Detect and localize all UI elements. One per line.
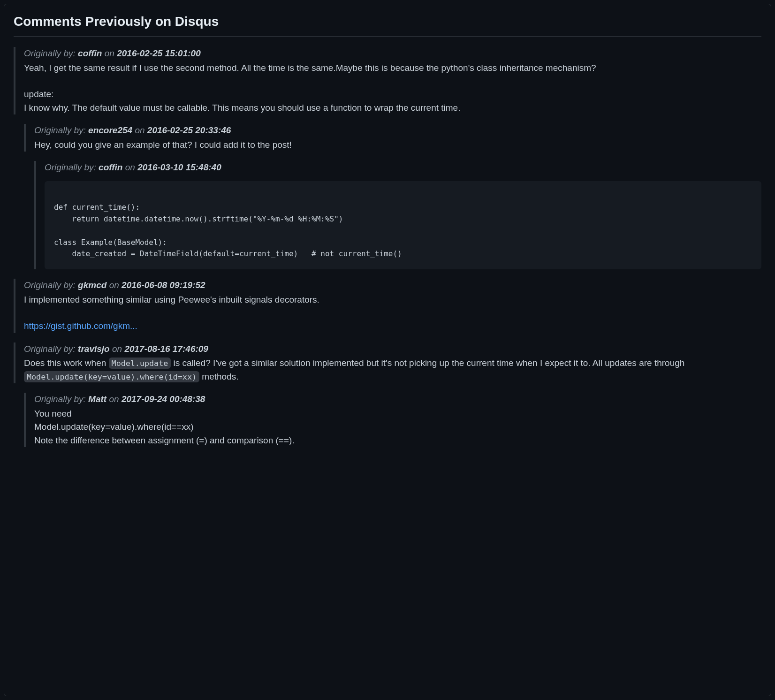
comment-author: encore254 xyxy=(88,125,132,135)
comment-date: 2016-06-08 09:19:52 xyxy=(122,280,205,290)
comment-paragraph: Hey, could you give an example of that? … xyxy=(34,138,761,152)
comment-date: 2016-02-25 15:01:00 xyxy=(117,48,201,58)
comment-meta: Originally by: coffin on 2016-02-25 15:0… xyxy=(24,47,761,61)
on-label: on xyxy=(105,48,114,58)
comment: Originally by: coffin on 2016-03-10 15:4… xyxy=(34,161,761,269)
on-label: on xyxy=(109,280,119,290)
text-run: methods. xyxy=(199,372,238,381)
comment-date: 2017-08-16 17:46:09 xyxy=(124,344,208,354)
comment-meta: Originally by: gkmcd on 2016-06-08 09:19… xyxy=(24,279,761,292)
comment-body: def current_time(): return datetime.date… xyxy=(45,181,761,270)
on-label: on xyxy=(112,344,122,354)
comment-date: 2017-09-24 00:48:38 xyxy=(122,394,205,404)
inline-code: Model.update(key=value).where(id=xx) xyxy=(24,371,199,382)
on-label: on xyxy=(135,125,144,135)
text-run: Does this work when xyxy=(24,358,109,368)
section-title: Comments Previously on Disqus xyxy=(14,12,761,37)
comment-body: You needModel.update(key=value).where(id… xyxy=(34,407,761,448)
comment: Originally by: gkmcd on 2016-06-08 09:19… xyxy=(14,279,761,333)
comment: Originally by: Matt on 2017-09-24 00:48:… xyxy=(24,393,761,447)
originally-by-label: Originally by: xyxy=(34,394,86,404)
comment-body: Yeah, I get the same result if I use the… xyxy=(24,61,761,115)
comment-paragraph: Yeah, I get the same result if I use the… xyxy=(24,61,761,75)
originally-by-label: Originally by: xyxy=(24,280,76,290)
comment-author: gkmcd xyxy=(78,280,106,290)
comment-author: coffin xyxy=(78,48,102,58)
on-label: on xyxy=(109,394,119,404)
comment-meta: Originally by: travisjo on 2017-08-16 17… xyxy=(24,342,761,356)
comment-paragraph: I implemented something similar using Pe… xyxy=(24,293,761,307)
comments-container: Comments Previously on Disqus Originally… xyxy=(4,4,771,696)
originally-by-label: Originally by: xyxy=(45,162,96,172)
comment-body: Does this work when Model.update is call… xyxy=(24,357,761,383)
comments-list: Originally by: coffin on 2016-02-25 15:0… xyxy=(14,47,761,447)
comment-author: travisjo xyxy=(78,344,110,354)
comment-body: Hey, could you give an example of that? … xyxy=(34,138,761,152)
originally-by-label: Originally by: xyxy=(24,48,76,58)
comment-link[interactable]: https://gist.github.com/gkm... xyxy=(24,321,137,331)
comment-meta: Originally by: encore254 on 2016-02-25 2… xyxy=(34,124,761,137)
text-run: is called? I've got a similar solution i… xyxy=(171,358,684,368)
comment: Originally by: coffin on 2016-02-25 15:0… xyxy=(14,47,761,114)
comment-paragraph: update:I know why. The default value mus… xyxy=(24,88,761,114)
originally-by-label: Originally by: xyxy=(34,125,86,135)
comment-meta: Originally by: coffin on 2016-03-10 15:4… xyxy=(45,161,761,175)
comment-date: 2016-03-10 15:48:40 xyxy=(137,162,221,172)
on-label: on xyxy=(125,162,135,172)
originally-by-label: Originally by: xyxy=(24,344,76,354)
comment-body: I implemented something similar using Pe… xyxy=(24,293,761,333)
code-block: def current_time(): return datetime.date… xyxy=(45,181,761,270)
comment-paragraph: Does this work when Model.update is call… xyxy=(24,357,761,383)
comment-meta: Originally by: Matt on 2017-09-24 00:48:… xyxy=(34,393,761,406)
comment-date: 2016-02-25 20:33:46 xyxy=(147,125,231,135)
comment-author: coffin xyxy=(99,162,122,172)
comment: Originally by: encore254 on 2016-02-25 2… xyxy=(24,124,761,152)
inline-code: Model.update xyxy=(109,358,171,369)
comment-author: Matt xyxy=(88,394,106,404)
comment-paragraph: You needModel.update(key=value).where(id… xyxy=(34,407,761,448)
comment: Originally by: travisjo on 2017-08-16 17… xyxy=(14,342,761,384)
